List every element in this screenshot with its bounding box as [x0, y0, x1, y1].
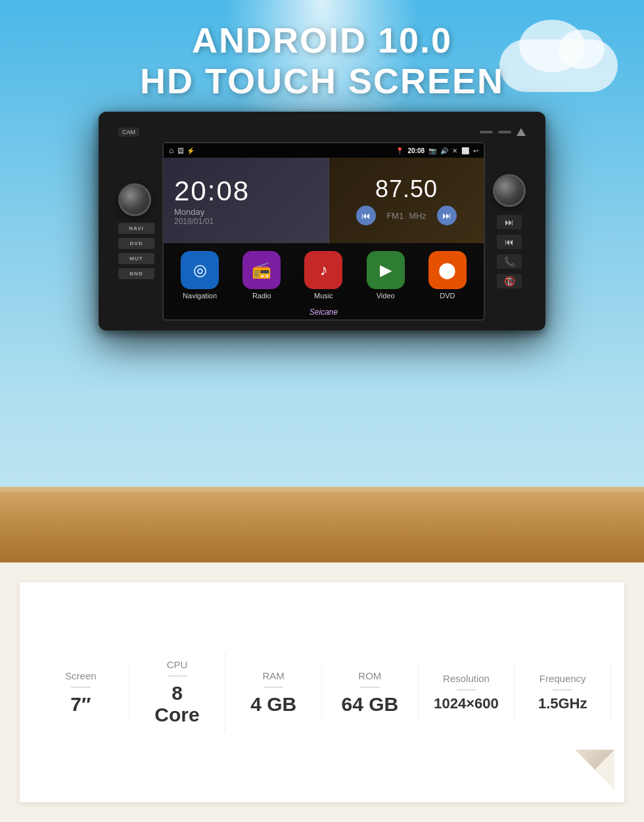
hero-line1: ANDROID 10.0 — [0, 20, 644, 60]
radio-frequency: 87.50 — [375, 175, 438, 203]
spec-rom: ROM 64 GB — [322, 664, 419, 721]
specs-paper: Screen 7″ CPU 8Core RAM 4 GB ROM 64 GB R… — [20, 582, 624, 802]
music-icon[interactable]: ♪ — [304, 251, 342, 289]
eject-icon[interactable] — [517, 128, 526, 136]
clock-day: Monday — [174, 207, 318, 217]
left-side-buttons: NAVI DVD MUT BND — [118, 183, 154, 279]
spec-cpu-label: CPU — [167, 659, 188, 670]
cam-label: CAM — [118, 127, 139, 137]
usb-icon: ⚡ — [187, 147, 195, 154]
mut-button[interactable]: MUT — [118, 253, 154, 264]
navigation-icon[interactable]: ◎ — [181, 251, 219, 289]
radio-band: FM1 — [386, 211, 403, 221]
spec-frequency-value: 1.5GHz — [538, 696, 587, 712]
main-screen: ⌂ 🖼 ⚡ 📍 20:08 📷 🔊 ✕ ⬜ ↩ — [162, 142, 485, 321]
spec-resolution-value: 1024×600 — [434, 696, 499, 712]
clock-widget: 20:08 Monday 2018/01/01 — [164, 158, 329, 243]
status-right: 📍 20:08 📷 🔊 ✕ ⬜ ↩ — [396, 147, 478, 154]
status-icons: 🖼 ⚡ — [177, 147, 195, 154]
stereo-outer-frame: CAM NAVI DVD MUT BND ⌂ — [99, 112, 545, 331]
stereo-unit: CAM NAVI DVD MUT BND ⌂ — [99, 112, 545, 331]
status-time: 20:08 — [407, 147, 425, 154]
prev-station-button[interactable]: ⏮ — [356, 206, 376, 225]
spec-rom-value: 64 GB — [341, 693, 398, 715]
end-call-button[interactable]: 📵 — [497, 274, 522, 288]
nav-app-label: Navigation — [183, 292, 217, 300]
radio-widget: 87.50 ⏮ FM1 MHz ⏭ — [329, 158, 484, 243]
left-knob[interactable] — [118, 183, 151, 216]
spec-divider — [71, 687, 91, 688]
image-icon: 🖼 — [177, 147, 184, 154]
location-icon: 📍 — [396, 147, 403, 154]
spec-cpu: CPU 8Core — [129, 652, 226, 732]
spec-screen: Screen 7″ — [33, 664, 129, 721]
status-left: ⌂ 🖼 ⚡ — [169, 146, 195, 155]
skip-forward-button[interactable]: ⏭ — [497, 215, 522, 229]
spec-ram-label: RAM — [263, 670, 285, 681]
close-icon: ✕ — [452, 147, 457, 154]
hero-title: ANDROID 10.0 HD TOUCH SCREEN — [0, 20, 644, 101]
status-bar: ⌂ 🖼 ⚡ 📍 20:08 📷 🔊 ✕ ⬜ ↩ — [164, 143, 484, 158]
spec-frequency-label: Frequency — [540, 673, 586, 684]
radio-icon[interactable]: 📻 — [242, 251, 281, 289]
radio-info: FM1 MHz — [386, 211, 426, 221]
dvd-app[interactable]: ⬤ DVD — [428, 251, 467, 300]
spec-screen-value: 7″ — [70, 693, 91, 715]
spec-divider-4 — [360, 687, 380, 688]
spec-screen-label: Screen — [65, 670, 97, 681]
right-knob[interactable] — [493, 174, 526, 207]
seicane-watermark: Seicane — [164, 305, 484, 319]
dvd-app-label: DVD — [440, 292, 455, 300]
spec-frequency: Frequency 1.5GHz — [515, 666, 611, 718]
dvd-button[interactable]: DVD — [118, 238, 154, 249]
top-indicator — [480, 131, 493, 133]
right-side-buttons: ⏭ ⏮ 📞 📵 — [493, 174, 526, 288]
spec-cpu-value: 8Core — [154, 682, 199, 725]
radio-controls: ⏮ FM1 MHz ⏭ — [356, 206, 457, 225]
spec-resolution-label: Resolution — [443, 673, 490, 684]
bnd-button[interactable]: BND — [118, 268, 154, 279]
stereo-top-bar: CAM — [118, 125, 526, 142]
clock-date: 2018/01/01 — [174, 217, 318, 226]
spec-resolution: Resolution 1024×600 — [419, 666, 515, 718]
specs-section: Screen 7″ CPU 8Core RAM 4 GB ROM 64 GB R… — [0, 562, 644, 822]
radio-unit: MHz — [409, 211, 426, 221]
clock-time: 20:08 — [174, 175, 318, 207]
spec-divider-3 — [264, 687, 283, 688]
paper-curl — [575, 750, 614, 789]
widget-area: 20:08 Monday 2018/01/01 87.50 ⏮ FM1 MHz — [164, 158, 484, 243]
spec-divider-2 — [168, 675, 187, 677]
navi-button[interactable]: NAVI — [118, 223, 154, 234]
music-app[interactable]: ♪ Music — [304, 251, 342, 300]
spec-rom-label: ROM — [358, 670, 381, 681]
skip-back-button[interactable]: ⏮ — [497, 235, 522, 249]
video-app-label: Video — [377, 292, 395, 300]
dvd-icon[interactable]: ⬤ — [428, 251, 467, 289]
radio-app[interactable]: 📻 Radio — [242, 251, 281, 300]
nav-app[interactable]: ◎ Navigation — [181, 251, 219, 300]
video-icon[interactable]: ▶ — [367, 251, 405, 289]
top-bar-controls — [480, 128, 526, 136]
hero-line2: HD TOUCH SCREEN — [0, 60, 644, 101]
spec-ram: RAM 4 GB — [225, 664, 322, 721]
next-station-button[interactable]: ⏭ — [437, 206, 457, 225]
video-app[interactable]: ▶ Video — [367, 251, 405, 300]
camera-icon: 📷 — [428, 147, 436, 154]
answer-call-button[interactable]: 📞 — [497, 254, 522, 269]
radio-app-label: Radio — [252, 292, 271, 300]
home-icon[interactable]: ⌂ — [169, 146, 173, 155]
app-row: ◎ Navigation 📻 Radio ♪ Music ▶ Video — [164, 243, 484, 305]
back-icon[interactable]: ↩ — [473, 147, 478, 154]
music-app-label: Music — [314, 292, 333, 300]
spec-ram-value: 4 GB — [250, 693, 296, 715]
top-indicator-2 — [498, 131, 511, 133]
spec-divider-6 — [553, 689, 572, 691]
stereo-body: NAVI DVD MUT BND ⌂ 🖼 ⚡ � — [118, 142, 526, 321]
window-icon: ⬜ — [461, 147, 469, 154]
volume-icon: 🔊 — [440, 147, 448, 154]
spec-divider-5 — [457, 689, 476, 691]
